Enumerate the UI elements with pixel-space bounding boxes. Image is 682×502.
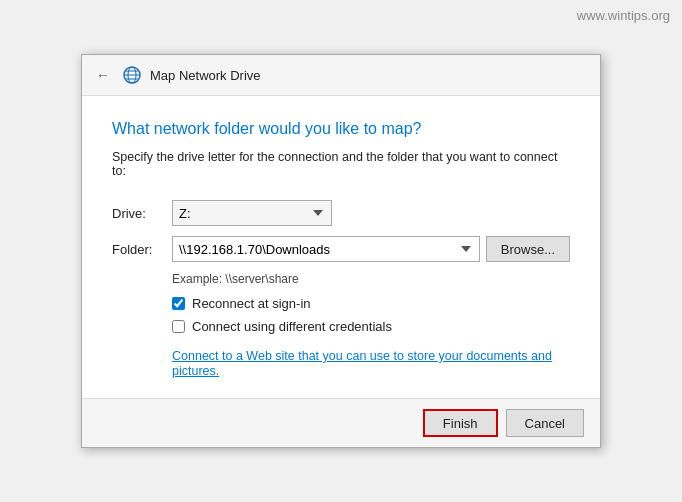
different-credentials-checkbox[interactable] <box>172 320 185 333</box>
web-site-link-row: Connect to a Web site that you can use t… <box>172 348 570 378</box>
folder-label: Folder: <box>112 242 172 257</box>
web-site-link[interactable]: Connect to a Web site that you can use t… <box>172 349 552 378</box>
folder-row: Folder: Browse... <box>112 236 570 262</box>
drive-control-wrap: Z: Y: X: W: <box>172 200 570 226</box>
reconnect-checkbox[interactable] <box>172 297 185 310</box>
different-creds-row: Connect using different credentials <box>172 319 570 334</box>
example-text: Example: \\server\share <box>172 272 570 286</box>
reconnect-row: Reconnect at sign-in <box>172 296 570 311</box>
cancel-button[interactable]: Cancel <box>506 409 584 437</box>
different-credentials-label[interactable]: Connect using different credentials <box>192 319 392 334</box>
finish-button[interactable]: Finish <box>423 409 498 437</box>
drive-row: Drive: Z: Y: X: W: <box>112 200 570 226</box>
folder-input-wrap: Browse... <box>172 236 570 262</box>
folder-input[interactable] <box>172 236 480 262</box>
drive-label: Drive: <box>112 206 172 221</box>
drive-select[interactable]: Z: Y: X: W: <box>172 200 332 226</box>
network-drive-icon <box>122 65 142 85</box>
sub-text: Specify the drive letter for the connect… <box>112 150 570 178</box>
map-network-drive-dialog: ← Map Network Drive What network folder … <box>81 54 601 448</box>
back-button[interactable]: ← <box>96 67 110 83</box>
titlebar: ← Map Network Drive <box>82 55 600 96</box>
watermark: www.wintips.org <box>577 8 670 23</box>
dialog-title: Map Network Drive <box>150 68 261 83</box>
dialog-body: What network folder would you like to ma… <box>82 96 600 398</box>
browse-button[interactable]: Browse... <box>486 236 570 262</box>
dialog-footer: Finish Cancel <box>82 398 600 447</box>
reconnect-label[interactable]: Reconnect at sign-in <box>192 296 311 311</box>
main-question: What network folder would you like to ma… <box>112 120 570 138</box>
